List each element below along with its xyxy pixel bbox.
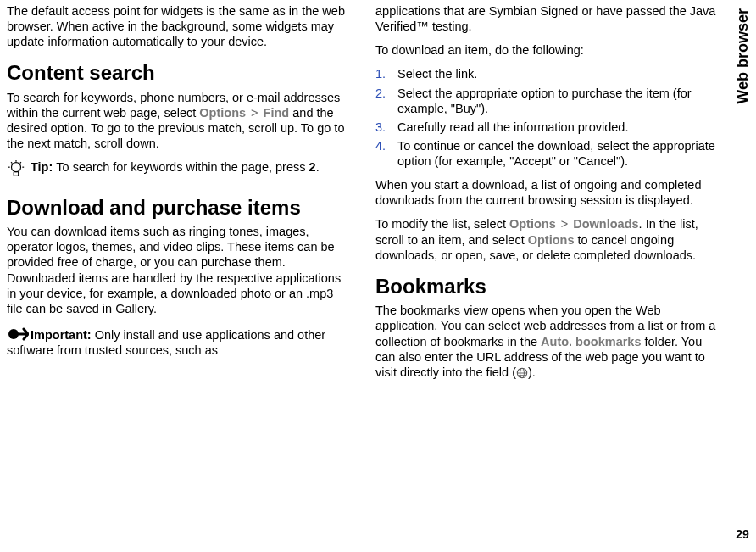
find-menu-label: Find — [264, 106, 290, 120]
download-step-1: Select the link. — [375, 66, 720, 81]
important-label: Important: — [31, 328, 95, 342]
auto-bookmarks-label: Auto. bookmarks — [541, 335, 641, 348]
menu-separator: > — [249, 106, 259, 120]
svg-line-4 — [11, 163, 12, 164]
bookmarks-paragraph: The bookmarks view opens when you open t… — [375, 303, 720, 380]
important-block: Important: Only install and use applicat… — [7, 325, 352, 358]
tip-block: Tip: To search for keywords within the p… — [7, 159, 352, 183]
svg-rect-6 — [14, 172, 19, 176]
important-arrow-icon — [7, 325, 29, 342]
menu-separator-2: > — [559, 217, 570, 231]
downloads-menu-label: Downloads — [573, 217, 638, 231]
page-number: 29 — [736, 527, 749, 543]
left-column: The default access point for widgets is … — [3, 3, 365, 547]
page-sidebar: Web browser 29 — [729, 3, 756, 547]
globe-icon — [516, 367, 528, 379]
tip-body-a: To search for keywords within the page, … — [56, 160, 309, 174]
light-bulb-icon — [7, 159, 25, 178]
svg-line-5 — [20, 163, 21, 164]
tip-label: Tip: — [31, 160, 56, 174]
download-purchase-heading: Download and purchase items — [7, 196, 352, 220]
download-list-info: When you start a download, a list of ong… — [375, 177, 720, 208]
tip-text: Tip: To search for keywords within the p… — [31, 159, 320, 175]
ml-text-a: To modify the list, select — [375, 217, 509, 231]
download-purchase-paragraph: You can download items such as ringing t… — [7, 224, 352, 316]
download-steps-list: Select the link. Select the appropriate … — [375, 66, 720, 169]
bm-text-c: ). — [528, 365, 536, 379]
section-label: Web browser — [733, 8, 753, 104]
page: The default access point for widgets is … — [0, 0, 756, 552]
options-menu-label: Options — [199, 106, 246, 120]
widget-access-paragraph: The default access point for widgets is … — [7, 3, 352, 49]
content-search-heading: Content search — [7, 61, 352, 85]
svg-point-0 — [12, 163, 21, 172]
modify-list-paragraph: To modify the list, select Options > Dow… — [375, 216, 720, 262]
symbian-java-paragraph: applications that are Symbian Signed or … — [375, 3, 720, 34]
right-column: applications that are Symbian Signed or … — [365, 3, 729, 547]
bookmarks-heading: Bookmarks — [375, 275, 720, 298]
content-search-paragraph: To search for keywords, phone numbers, o… — [7, 90, 352, 152]
options-menu-label-2: Options — [509, 217, 556, 231]
tip-key: 2 — [309, 160, 316, 174]
download-step-2: Select the appropriate option to purchas… — [375, 86, 720, 116]
tip-body-b: . — [316, 160, 320, 174]
download-step-3: Carefully read all the information provi… — [375, 120, 720, 135]
download-intro: To download an item, do the following: — [375, 42, 720, 58]
options-menu-label-3: Options — [528, 233, 575, 247]
download-step-4: To continue or cancel the download, sele… — [375, 138, 720, 169]
